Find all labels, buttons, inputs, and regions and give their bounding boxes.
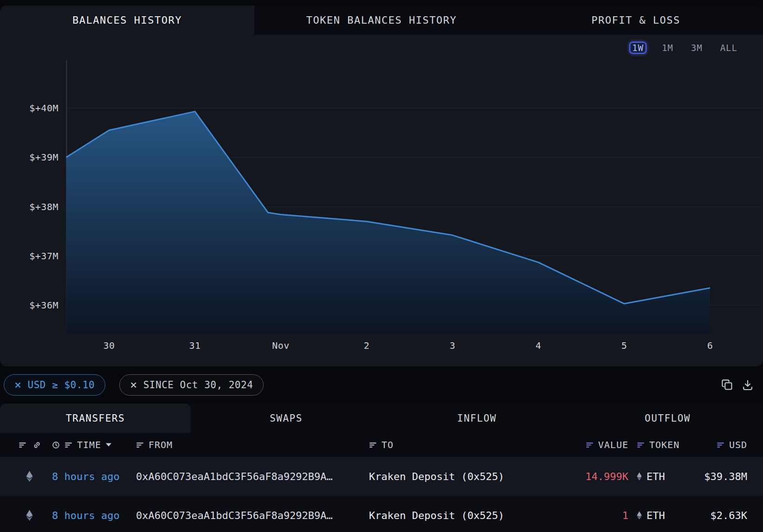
range-1w-button[interactable]: 1W: [629, 42, 647, 54]
range-3m-button[interactable]: 3M: [689, 42, 705, 54]
tab-label: TRANSFERS: [66, 413, 125, 424]
range-all-button[interactable]: ALL: [718, 42, 740, 54]
x-axis-label: Nov: [272, 340, 290, 351]
filter-icon[interactable]: [136, 441, 144, 449]
header-usd[interactable]: USD: [686, 439, 763, 450]
range-1m-button[interactable]: 1M: [660, 42, 676, 54]
filter-icon[interactable]: [19, 441, 26, 449]
tab-label: OUTFLOW: [645, 413, 691, 424]
header-label-value: VALUE: [598, 439, 628, 450]
x-axis-label: 6: [707, 340, 713, 351]
from-address[interactable]: 0xA60C073eaA1bdC3F56aF8a9292B9A…: [136, 510, 333, 521]
tab-label: TOKEN BALANCES HISTORY: [306, 14, 457, 26]
header-token[interactable]: TOKEN: [628, 439, 686, 450]
ethereum-chain-icon: [26, 510, 33, 521]
table-row[interactable]: 8 hours ago 0xA60C073eaA1bdC3F56aF8a9292…: [0, 496, 763, 532]
balances-chart-panel: 1W 1M 3M ALL $+40M$+39M$+38M$+37M$+36M30…: [0, 35, 763, 366]
eth-token-icon: [637, 472, 642, 481]
tab-token-balances-history[interactable]: TOKEN BALANCES HISTORY: [254, 6, 509, 35]
clock-icon: [52, 441, 60, 449]
tab-inflow[interactable]: INFLOW: [382, 404, 572, 433]
tx-time-link[interactable]: 8 hours ago: [52, 510, 120, 521]
top-tab-bar: BALANCES HISTORY TOKEN BALANCES HISTORY …: [0, 6, 763, 35]
copy-icon[interactable]: [721, 379, 733, 391]
download-icon[interactable]: [742, 379, 754, 391]
value-amount: 1: [622, 510, 628, 521]
filter-icon[interactable]: [65, 441, 72, 449]
header-value[interactable]: VALUE: [512, 439, 628, 450]
usd-amount: $39.38M: [704, 471, 747, 482]
balances-history-chart: $+40M$+39M$+38M$+37M$+36M3031Nov23456: [0, 60, 763, 366]
tab-label: PROFIT & LOSS: [591, 14, 680, 26]
tx-time-link[interactable]: 8 hours ago: [52, 471, 120, 482]
close-icon[interactable]: ×: [14, 379, 22, 391]
tab-outflow[interactable]: OUTFLOW: [572, 404, 763, 433]
to-entity[interactable]: Kraken Deposit (0x525): [369, 471, 504, 482]
chain-cell: [0, 510, 46, 521]
header-time[interactable]: TIME: [46, 439, 132, 450]
y-axis-label: $+36M: [29, 300, 58, 311]
token-symbol: ETH: [647, 471, 665, 482]
transactions-tab-bar: TRANSFERS SWAPS INFLOW OUTFLOW: [0, 404, 763, 433]
x-axis-label: 4: [536, 340, 542, 351]
filter-chip-label: USD ≥ $0.10: [28, 379, 95, 391]
header-to[interactable]: TO: [350, 439, 512, 450]
to-cell: Kraken Deposit (0x525): [350, 510, 512, 521]
table-row[interactable]: 8 hours ago 0xA60C073eaA1bdC3F56aF8a9292…: [0, 457, 763, 496]
header-label-from: FROM: [149, 439, 173, 450]
filter-icon[interactable]: [586, 441, 594, 449]
tab-balances-history[interactable]: BALANCES HISTORY: [0, 6, 254, 35]
token-cell: ETH: [628, 471, 686, 482]
chevron-down-icon[interactable]: [106, 443, 111, 447]
filter-chip-label: SINCE Oct 30, 2024: [143, 379, 253, 391]
header-chain-column: [0, 441, 46, 449]
y-axis-label: $+40M: [29, 103, 58, 114]
value-cell: 14.999K: [512, 471, 628, 482]
from-cell: 0xA60C073eaA1bdC3F56aF8a9292B9A…: [132, 471, 350, 482]
y-axis-label: $+39M: [29, 152, 58, 163]
x-axis-label: 5: [621, 340, 627, 351]
time-cell: 8 hours ago: [46, 510, 132, 521]
value-cell: 1: [512, 510, 628, 521]
filter-chip-since-date[interactable]: × SINCE Oct 30, 2024: [119, 374, 264, 396]
header-label-usd: USD: [729, 439, 747, 450]
filter-icon[interactable]: [637, 441, 645, 449]
to-entity[interactable]: Kraken Deposit (0x525): [369, 510, 504, 521]
x-axis-label: 3: [450, 340, 456, 351]
header-label-token: TOKEN: [649, 439, 679, 450]
token-symbol: ETH: [647, 510, 665, 521]
table-header-row: TIME FROM TO VALUE: [0, 433, 763, 457]
token-cell: ETH: [628, 510, 686, 521]
header-label-time: TIME: [77, 439, 101, 450]
tab-profit-loss[interactable]: PROFIT & LOSS: [509, 6, 763, 35]
filter-icon[interactable]: [369, 441, 377, 449]
tab-label: BALANCES HISTORY: [72, 14, 182, 26]
filter-chip-usd-threshold[interactable]: × USD ≥ $0.10: [4, 374, 105, 396]
link-icon[interactable]: [33, 441, 41, 449]
tab-transfers[interactable]: TRANSFERS: [0, 404, 191, 433]
from-cell: 0xA60C073eaA1bdC3F56aF8a9292B9A…: [132, 510, 350, 521]
usd-cell: $2.63K: [686, 510, 763, 521]
x-axis-label: 30: [103, 340, 115, 351]
y-axis-label: $+38M: [29, 201, 58, 212]
tab-swaps[interactable]: SWAPS: [191, 404, 382, 433]
x-axis-label: 2: [364, 340, 370, 351]
table-actions: [721, 379, 754, 391]
portfolio-page: BALANCES HISTORY TOKEN BALANCES HISTORY …: [0, 0, 763, 532]
header-label-to: TO: [382, 439, 394, 450]
chart-area-fill: [66, 111, 711, 334]
filter-icon[interactable]: [717, 441, 724, 449]
header-from[interactable]: FROM: [132, 439, 350, 450]
transactions-section: TRANSFERS SWAPS INFLOW OUTFLOW: [0, 404, 763, 532]
chain-cell: [0, 471, 46, 482]
filter-bar: × USD ≥ $0.10 × SINCE Oct 30, 2024: [0, 366, 763, 404]
x-axis-label: 31: [189, 340, 200, 351]
tab-label: INFLOW: [457, 413, 497, 424]
time-cell: 8 hours ago: [46, 471, 132, 482]
value-amount: 14.999K: [585, 471, 628, 482]
time-range-selector: 1W 1M 3M ALL: [0, 35, 763, 60]
close-icon[interactable]: ×: [130, 379, 137, 391]
from-address[interactable]: 0xA60C073eaA1bdC3F56aF8a9292B9A…: [136, 471, 333, 482]
usd-amount: $2.63K: [711, 510, 747, 521]
to-cell: Kraken Deposit (0x525): [350, 471, 512, 482]
